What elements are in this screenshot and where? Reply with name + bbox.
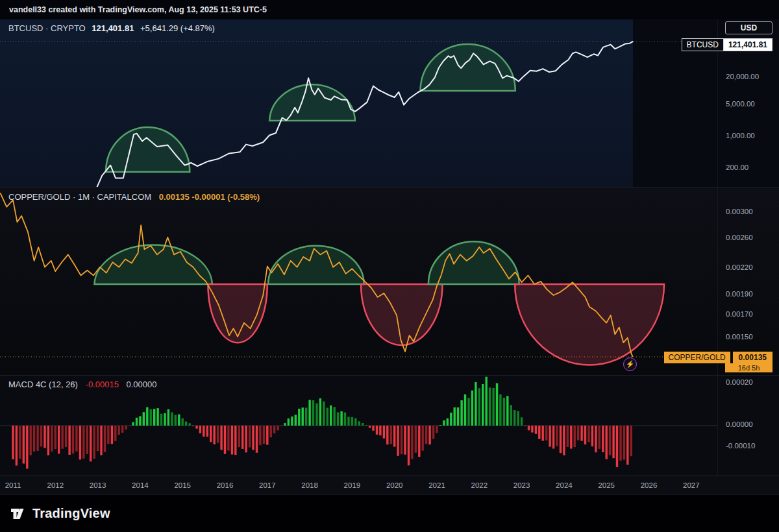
copper-gold-label-value: 0.00135 xyxy=(733,352,773,363)
time-axis-year-label: 2022 xyxy=(467,481,491,489)
time-axis-year-label: 2015 xyxy=(171,481,194,489)
time-axis-year-label: 2026 xyxy=(637,481,661,489)
tradingview-logo-icon[interactable] xyxy=(9,505,27,523)
time-axis-year-label: 2018 xyxy=(298,481,321,489)
btc-last-price-label[interactable]: BTCUSD 121,401.81 xyxy=(682,38,773,51)
time-axis-year-label: 2027 xyxy=(680,481,703,489)
time-axis-year-label: 2013 xyxy=(86,481,110,489)
watermark-attribution: vandell33 created with TradingView.com, … xyxy=(0,0,779,19)
currency-toggle-button[interactable]: USD xyxy=(725,21,773,34)
time-axis-year-label: 2012 xyxy=(43,481,67,489)
price-scale-tick: 0.00190 xyxy=(726,290,753,298)
macd-histogram-canvas[interactable] xyxy=(0,376,717,476)
price-scale-tick: 1,000.00 xyxy=(726,132,755,139)
tradingview-chart-window: vandell33 created with TradingView.com, … xyxy=(0,0,779,532)
btc-last-price: 121,401.81 xyxy=(92,23,134,33)
macd-legend[interactable]: MACD 4C (12, 26) -0.00015 0.00000 xyxy=(8,380,157,389)
price-scale-tick: 0.00150 xyxy=(726,333,753,341)
macd-value-zero: 0.00000 xyxy=(127,380,157,389)
macd-price-scale[interactable]: 0.000200.00000-0.00010 xyxy=(717,375,779,476)
time-axis-year-label: 2023 xyxy=(510,481,534,489)
time-axis-year-label: 2020 xyxy=(383,481,406,489)
time-axis[interactable]: 2011201220132014201520162017201820192020… xyxy=(0,476,779,494)
time-axis-year-label: 2017 xyxy=(256,481,279,489)
price-scale-tick: 5,000.00 xyxy=(726,100,755,108)
copper-gold-price-scale[interactable]: 0.003000.002600.002200.001900.001700.001… xyxy=(717,187,779,375)
time-axis-year-label: 2021 xyxy=(425,481,449,489)
btc-label-value: 121,401.81 xyxy=(723,38,773,51)
time-axis-year-label: 2011 xyxy=(1,481,25,489)
time-axis-year-label: 2014 xyxy=(129,481,152,489)
footer-bar: TradingView xyxy=(0,494,779,532)
price-scale-tick: 0.00300 xyxy=(726,208,753,215)
copper-gold-label-symbol: COPPER/GOLD xyxy=(664,352,730,363)
price-scale-tick: 0.00170 xyxy=(726,310,753,318)
price-scale-tick: 0.00220 xyxy=(726,263,753,271)
time-axis-year-label: 2016 xyxy=(214,481,237,489)
price-scale-tick: 20,000.00 xyxy=(726,73,759,80)
copper-gold-chart-canvas[interactable] xyxy=(0,187,717,376)
price-scale-tick: -0.00010 xyxy=(726,442,755,450)
lightning-marker-icon[interactable]: ⚡ xyxy=(623,357,637,371)
bar-countdown-timer: 16d 5h xyxy=(725,363,773,372)
btc-symbol-label: BTCUSD · CRYPTO xyxy=(8,23,86,33)
btc-price-chart-canvas[interactable] xyxy=(0,19,717,187)
copper-gold-symbol-label: COPPER/GOLD · 1M · CAPITALCOM xyxy=(8,192,151,202)
copper-gold-last-price-label[interactable]: COPPER/GOLD 0.00135 xyxy=(664,352,773,363)
price-scale-tick: 0.00260 xyxy=(726,234,753,241)
copper-gold-legend[interactable]: COPPER/GOLD · 1M · CAPITALCOM 0.00135 -0… xyxy=(8,192,260,202)
macd-value-negative: -0.00015 xyxy=(86,380,119,389)
time-axis-year-label: 2025 xyxy=(595,481,618,489)
copper-gold-pane: COPPER/GOLD · 1M · CAPITALCOM 0.00135 -0… xyxy=(0,187,779,375)
btc-legend[interactable]: BTCUSD · CRYPTO 121,401.81 +5,641.29 (+4… xyxy=(8,23,215,33)
btc-price-change: +5,641.29 (+4.87%) xyxy=(140,23,215,33)
btc-label-symbol: BTCUSD xyxy=(682,38,723,51)
time-axis-year-label: 2024 xyxy=(552,481,576,489)
lightning-glyph: ⚡ xyxy=(626,360,635,369)
price-scale-tick: 0.00000 xyxy=(726,420,753,428)
macd-title-label: MACD 4C (12, 26) xyxy=(8,380,78,389)
price-scale-tick: 200.00 xyxy=(726,163,748,171)
price-scale-tick: 0.00020 xyxy=(726,378,753,386)
macd-pane: MACD 4C (12, 26) -0.00015 0.00000 xyxy=(0,375,779,476)
tradingview-brand-text[interactable]: TradingView xyxy=(32,506,110,521)
time-axis-year-label: 2019 xyxy=(340,481,364,489)
copper-gold-values: 0.00135 -0.00001 (-0.58%) xyxy=(159,192,260,202)
btc-price-pane: BTCUSD · CRYPTO 121,401.81 +5,641.29 (+4… xyxy=(0,19,779,187)
